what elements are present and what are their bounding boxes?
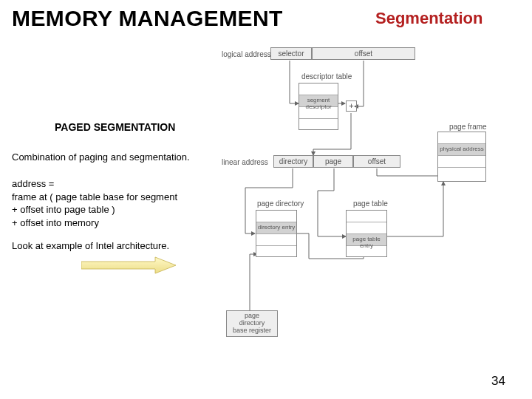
box-physical-address: physical address <box>438 144 485 156</box>
box-page-table-entry: page table entry <box>347 234 386 246</box>
segmentation-diagram: logical address selector offset descript… <box>222 43 523 361</box>
label-page-directory: page directory <box>257 200 304 208</box>
page-title: MEMORY MANAGEMENT <box>12 6 283 31</box>
example-note: Look at example of Intel architecture. <box>12 239 169 253</box>
addr-line-2: frame at ( page table base for segment <box>12 191 226 204</box>
box-segment-descriptor: segment descriptor <box>299 95 338 107</box>
svg-marker-0 <box>81 257 176 273</box>
big-arrow-icon <box>81 256 177 278</box>
box-page-directory-base-register: page directory base register <box>226 310 278 337</box>
page-number: 34 <box>491 374 505 389</box>
label-page-table: page table <box>353 200 388 208</box>
section-desc: Combination of paging and segmentation. <box>12 151 190 164</box>
plus-icon: + <box>346 100 357 112</box>
box-directory-entry: directory entry <box>256 222 296 234</box>
box-directory: directory <box>273 155 313 168</box>
label-descriptor-table: descriptor table <box>301 72 352 81</box>
label-page-frame: page frame <box>449 123 487 131</box>
box-page: page <box>313 155 353 168</box>
box-selector: selector <box>270 47 312 60</box>
table-page-frame: physical address <box>437 132 486 182</box>
addr-line-1: address = <box>12 177 226 191</box>
addr-line-3: + offset into page table ) <box>12 203 226 216</box>
table-page-directory: directory entry <box>256 210 297 257</box>
table-page-table: page table entry <box>346 210 387 257</box>
addr-line-4: + offset into memory <box>12 216 226 230</box>
box-offset-mid: offset <box>353 155 400 168</box>
address-formula: address = frame at ( page table base for… <box>12 177 226 229</box>
heading-underline <box>55 133 192 134</box>
section-heading: PAGED SEGMENTATION <box>55 121 175 133</box>
page-subtitle: Segmentation <box>375 9 482 28</box>
table-descriptor: segment descriptor <box>299 83 338 130</box>
label-logical-address: logical address <box>222 50 271 58</box>
label-linear-address: linear address <box>222 158 268 166</box>
box-offset-top: offset <box>312 47 415 60</box>
